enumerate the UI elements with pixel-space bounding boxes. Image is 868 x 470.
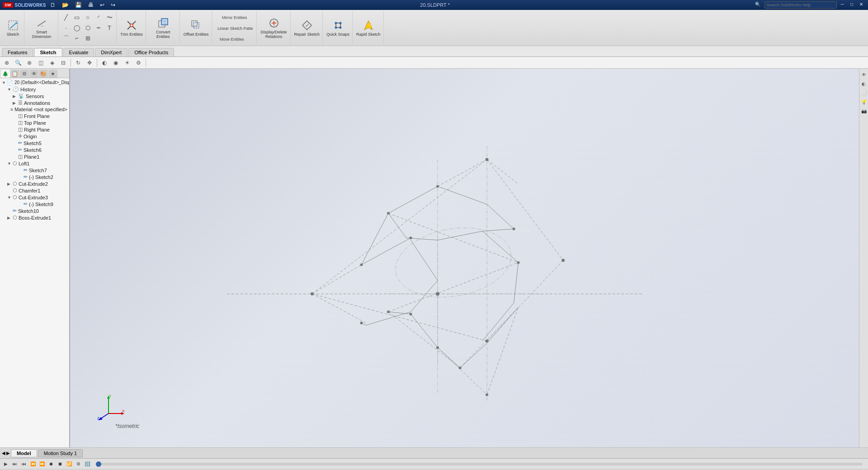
bot-btn-7[interactable]: ⏹: [56, 460, 64, 468]
rotate-btn[interactable]: ↻: [73, 58, 83, 67]
minimize-btn[interactable]: ─: [839, 1, 846, 9]
bot-btn-6[interactable]: ⏺: [47, 460, 55, 468]
tab-office[interactable]: Office Products: [128, 48, 174, 56]
panel-tab-tree[interactable]: 🌲: [1, 70, 10, 78]
offset-small-btn[interactable]: ⊞: [83, 33, 93, 43]
line-btn[interactable]: ╱: [61, 13, 71, 23]
bot-btn-3[interactable]: ⏮: [20, 460, 28, 468]
right-btn-4[interactable]: 💡: [860, 98, 868, 106]
tree-sketch10[interactable]: ✏ Sketch10: [0, 207, 69, 214]
right-btn-3[interactable]: ⬜: [860, 89, 868, 97]
tree-cut-extrude2[interactable]: ▶ ⬡ Cut-Extrude2: [0, 180, 69, 187]
tree-cut-extrude3[interactable]: ▼ ⬡ Cut-Extrude3: [0, 194, 69, 201]
scroll-left-btn[interactable]: ◀: [2, 451, 5, 456]
tab-model[interactable]: Model: [11, 449, 37, 457]
chamfer-btn[interactable]: ⌐: [72, 33, 82, 43]
tree-origin[interactable]: ✛ Origin: [0, 133, 69, 140]
search-btn[interactable]: 🔍: [753, 1, 763, 9]
repair-btn[interactable]: ✓ Repair Sketch: [292, 11, 323, 45]
bot-btn-9[interactable]: ⚙: [74, 460, 82, 468]
rect-btn[interactable]: ▭: [72, 13, 82, 23]
tab-dimxpert[interactable]: DimXpert: [95, 48, 127, 56]
point-btn[interactable]: ·: [61, 23, 71, 33]
tree-sketch5[interactable]: ✏ Sketch5: [0, 140, 69, 146]
right-btn-5[interactable]: 📷: [860, 107, 868, 115]
tab-motion-study[interactable]: Motion Study 1: [38, 449, 83, 457]
shaded-btn[interactable]: ◈: [47, 58, 57, 67]
tab-evaluate[interactable]: Evaluate: [63, 48, 94, 56]
help-search-input[interactable]: [764, 1, 837, 9]
linear-pattern-btn[interactable]: Linear Sketch Pattern: [215, 23, 255, 33]
print-btn[interactable]: 🖶: [86, 2, 95, 8]
appearance-btn[interactable]: ◉: [111, 58, 121, 67]
pan-btn[interactable]: ✥: [85, 58, 94, 67]
tree-material[interactable]: ≡ Material <not specified>: [0, 106, 69, 113]
scroll-right-btn[interactable]: ▶: [6, 451, 10, 456]
convert-btn[interactable]: Convert Entities: [147, 11, 180, 45]
tree-front-plane[interactable]: ◫ Front Plane: [0, 113, 69, 119]
wireframe-btn[interactable]: ◫: [36, 58, 46, 67]
tab-features[interactable]: Features: [2, 48, 33, 56]
timeline-handle[interactable]: [96, 461, 101, 467]
offset-btn[interactable]: Offset Entities: [181, 11, 212, 45]
tree-sensors[interactable]: ▶ 📡 Sensors: [0, 93, 69, 99]
smart-dimension-btn[interactable]: ↔ Smart Dimension: [25, 11, 58, 45]
save-btn[interactable]: 💾: [73, 2, 84, 8]
section-view-btn[interactable]: ⊟: [58, 58, 68, 67]
close-btn[interactable]: ✕: [857, 1, 865, 9]
zoom-fit-btn[interactable]: 🔍: [13, 58, 23, 67]
sketch-btn[interactable]: Sketch: [2, 11, 24, 45]
ellipse-btn[interactable]: ◯: [72, 23, 82, 33]
centerline-btn[interactable]: ┅: [94, 23, 104, 33]
polygon-btn[interactable]: ⬡: [83, 23, 93, 33]
tree-chamfer1[interactable]: ⬡ Chamfer1: [0, 187, 69, 194]
trim-btn[interactable]: Trim Entities: [118, 11, 146, 45]
tree-boss-extrude1[interactable]: ▶ ⬡ Boss-Extrude1: [0, 214, 69, 221]
tree-right-plane[interactable]: ◫ Right Plane: [0, 126, 69, 133]
tree-top-plane[interactable]: ◫ Top Plane: [0, 119, 69, 126]
view-orient-btn[interactable]: ⊕: [2, 58, 12, 67]
bot-btn-4[interactable]: ⏪: [29, 460, 37, 468]
rapid-sketch-btn[interactable]: ⚡ Rapid Sketch: [354, 11, 384, 45]
redo-btn[interactable]: ↪: [109, 2, 117, 8]
text-btn[interactable]: T: [104, 23, 114, 33]
tree-loft1[interactable]: ▼ ⬡ Loft1: [0, 160, 69, 167]
panel-tab-custom[interactable]: ★: [48, 70, 57, 78]
view-settings-btn[interactable]: ⚙: [133, 58, 143, 67]
zoom-in-btn[interactable]: ⊕: [24, 58, 34, 67]
tree-sketch9[interactable]: ✏ (-) Sketch9: [0, 201, 69, 207]
display-delete-btn[interactable]: Display/Delete Relations: [258, 11, 291, 45]
panel-tab-prop[interactable]: 📋: [10, 70, 19, 78]
bot-btn-1[interactable]: ▶: [2, 460, 10, 468]
mirror-btn[interactable]: Mirror Entities: [215, 12, 255, 22]
arc-btn[interactable]: ◜: [94, 13, 104, 23]
bot-btn-5[interactable]: ⏩: [38, 460, 46, 468]
tree-annotations[interactable]: ▶ ☰ Annotations: [0, 99, 69, 106]
tree-history[interactable]: ▼ 🕐 History: [0, 86, 69, 93]
quick-snaps-btn[interactable]: Quick Snaps: [324, 11, 353, 45]
bot-btn-10[interactable]: 🔢: [83, 460, 91, 468]
panel-tab-config[interactable]: ⚙: [20, 70, 29, 78]
bot-btn-8[interactable]: 🔁: [65, 460, 73, 468]
right-btn-1[interactable]: 👁: [860, 70, 868, 79]
spline-btn[interactable]: 〜: [104, 13, 114, 23]
tree-plane1[interactable]: ◫ Plane1: [0, 153, 69, 160]
tree-sketch2[interactable]: ✏ (-) Sketch2: [0, 174, 69, 180]
open-btn[interactable]: 📂: [60, 2, 71, 8]
undo-btn[interactable]: ↩: [98, 2, 106, 8]
fillet-btn[interactable]: ⌒: [61, 33, 71, 43]
right-btn-2[interactable]: ◐: [860, 80, 868, 88]
maximize-btn[interactable]: □: [848, 1, 855, 9]
tree-sketch6[interactable]: ✏ Sketch6: [0, 146, 69, 153]
tree-root[interactable]: ▼ 📄 20 (Default<<Default>_Display): [0, 79, 69, 86]
panel-tab-display[interactable]: 👁: [29, 70, 38, 78]
panel-tab-appear[interactable]: 🎨: [39, 70, 48, 78]
tree-sketch7[interactable]: ✏ Sketch7: [0, 167, 69, 174]
new-btn[interactable]: 🗋: [48, 2, 57, 8]
circle-btn[interactable]: ○: [83, 13, 93, 23]
display-style-btn[interactable]: ◐: [99, 58, 109, 67]
scene-btn[interactable]: ☀: [122, 58, 132, 67]
viewport[interactable]: .sk-line { stroke: #888; stroke-width: 1…: [70, 69, 859, 447]
bot-btn-2[interactable]: ⏭: [11, 460, 19, 468]
tab-sketch[interactable]: Sketch: [34, 48, 62, 56]
